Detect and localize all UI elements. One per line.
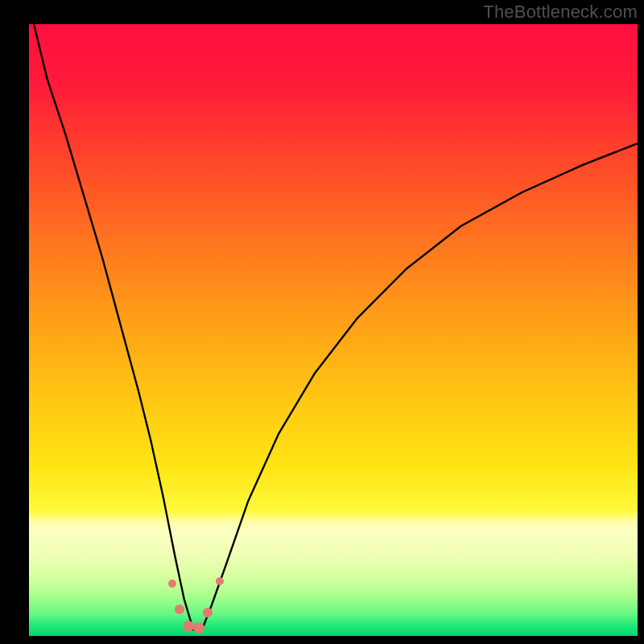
highlight-marker bbox=[175, 605, 184, 614]
highlight-marker bbox=[216, 577, 224, 585]
highlight-marker bbox=[183, 621, 194, 632]
highlight-marker bbox=[168, 580, 176, 588]
highlight-marker bbox=[193, 622, 204, 634]
highlight-marker bbox=[203, 608, 213, 617]
chart-frame: TheBottleneck.com bbox=[0, 0, 644, 644]
plot-area bbox=[29, 24, 638, 636]
marker-layer bbox=[29, 24, 638, 636]
watermark-text: TheBottleneck.com bbox=[483, 2, 638, 23]
